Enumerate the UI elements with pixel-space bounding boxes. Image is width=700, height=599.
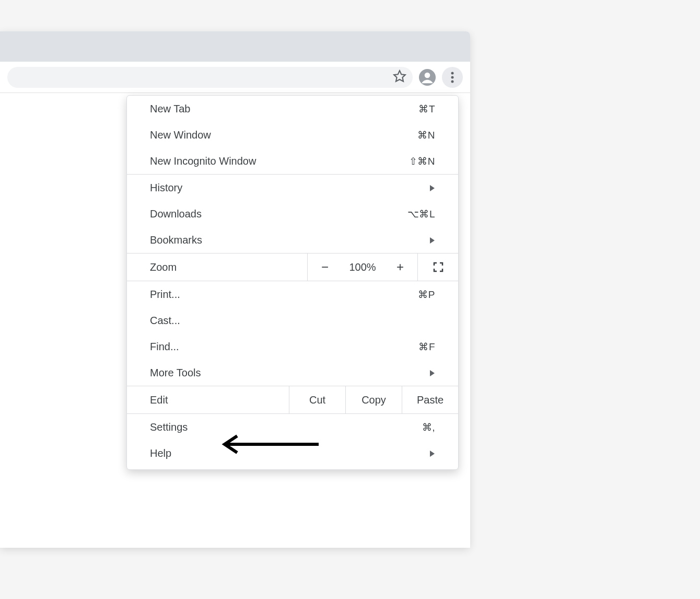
menu-shortcut: ⌘, [422, 421, 435, 433]
svg-point-3 [451, 72, 454, 74]
menu-item-new-window[interactable]: New Window ⌘N [127, 122, 458, 148]
svg-point-2 [425, 72, 430, 78]
menu-label: Find... [150, 341, 418, 353]
menu-shortcut: ⌘T [418, 103, 435, 115]
menu-shortcut: ⌘F [418, 341, 435, 353]
chevron-right-icon [430, 182, 435, 194]
svg-marker-8 [430, 370, 435, 376]
fullscreen-button[interactable] [417, 254, 458, 281]
chevron-right-icon [430, 447, 435, 459]
chevron-right-icon [430, 234, 435, 246]
menu-shortcut: ⌘N [417, 129, 435, 141]
menu-label: New Incognito Window [150, 155, 409, 167]
more-menu-button[interactable] [442, 67, 463, 88]
star-icon[interactable] [393, 70, 406, 85]
menu-item-settings[interactable]: Settings ⌘, [127, 414, 458, 440]
menu-label: Bookmarks [150, 234, 430, 246]
menu-item-more-tools[interactable]: More Tools [127, 360, 458, 386]
menu-shortcut: ⇧⌘N [409, 155, 435, 167]
menu-item-new-tab[interactable]: New Tab ⌘T [127, 96, 458, 122]
menu-label: New Window [150, 129, 417, 141]
menu-label: History [150, 182, 430, 194]
svg-marker-0 [394, 71, 405, 82]
menu-shortcut: ⌥⌘L [407, 208, 435, 220]
menu-shortcut: ⌘P [418, 289, 435, 301]
zoom-label: Zoom [127, 254, 308, 281]
edit-label: Edit [127, 386, 289, 413]
zoom-in-button[interactable]: + [383, 254, 417, 281]
svg-marker-9 [430, 451, 435, 457]
menu-item-help[interactable]: Help [127, 440, 458, 466]
svg-marker-6 [430, 185, 435, 191]
menu-item-downloads[interactable]: Downloads ⌥⌘L [127, 201, 458, 227]
edit-paste-button[interactable]: Paste [402, 386, 458, 413]
svg-point-4 [451, 76, 454, 78]
menu-item-find[interactable]: Find... ⌘F [127, 333, 458, 360]
zoom-value: 100% [342, 254, 383, 281]
menu-label: Print... [150, 289, 418, 301]
svg-point-5 [451, 80, 454, 83]
edit-copy-button[interactable]: Copy [345, 386, 402, 413]
menu-item-bookmarks[interactable]: Bookmarks [127, 227, 458, 253]
edit-cut-button[interactable]: Cut [289, 386, 345, 413]
menu-item-new-incognito[interactable]: New Incognito Window ⇧⌘N [127, 148, 458, 174]
profile-icon[interactable] [417, 67, 438, 88]
svg-marker-7 [430, 237, 435, 244]
menu-label: Help [150, 447, 430, 459]
menu-item-history[interactable]: History [127, 175, 458, 201]
address-bar[interactable] [7, 67, 413, 88]
menu-edit-row: Edit Cut Copy Paste [127, 386, 458, 414]
menu-label: More Tools [150, 367, 430, 379]
menu-label: Settings [150, 421, 422, 433]
menu-item-print[interactable]: Print... ⌘P [127, 281, 458, 307]
tab-bar [0, 31, 470, 62]
menu-label: New Tab [150, 103, 418, 115]
menu-item-cast[interactable]: Cast... [127, 307, 458, 333]
menu-label: Downloads [150, 208, 407, 220]
toolbar [0, 62, 470, 93]
chrome-menu: New Tab ⌘T New Window ⌘N New Incognito W… [126, 95, 459, 470]
menu-zoom-row: Zoom − 100% + [127, 253, 458, 281]
chevron-right-icon [430, 367, 435, 379]
zoom-out-button[interactable]: − [308, 254, 342, 281]
menu-label: Cast... [150, 315, 435, 327]
